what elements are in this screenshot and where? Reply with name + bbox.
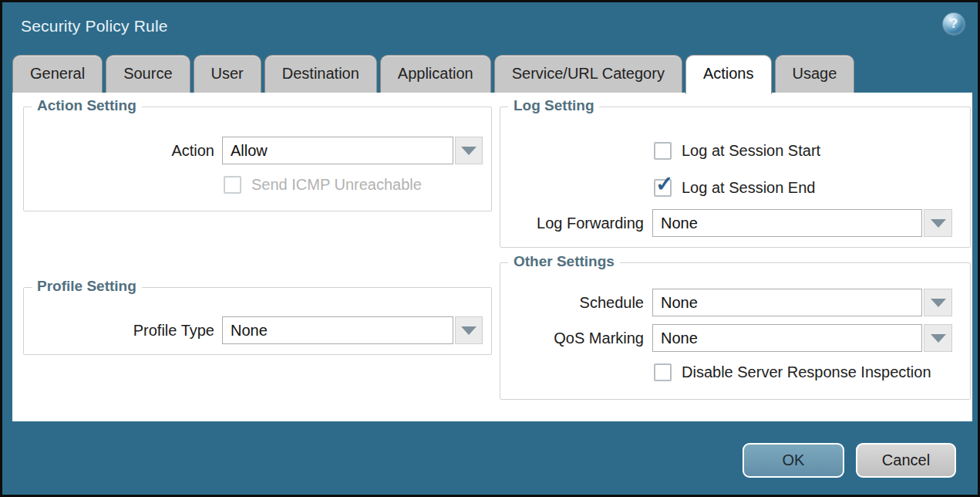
- actions-tab-panel: Action Setting Action Allow Send ICMP Un…: [12, 93, 972, 421]
- schedule-label: Schedule: [398, 289, 644, 316]
- action-label: Action: [12, 137, 214, 164]
- qos-marking-dropdown-value[interactable]: None: [652, 324, 922, 352]
- log-setting-legend: Log Setting: [508, 97, 599, 114]
- log-forwarding-label: Log Forwarding: [398, 209, 644, 237]
- security-policy-rule-dialog: Security Policy Rule ? General Source Us…: [0, 0, 980, 497]
- schedule-dropdown-value[interactable]: None: [652, 289, 922, 316]
- tab-actions[interactable]: Actions: [685, 55, 772, 94]
- action-dropdown-button[interactable]: [455, 137, 483, 164]
- chevron-down-icon: [461, 147, 477, 155]
- profile-setting-legend: Profile Setting: [32, 278, 142, 295]
- send-icmp-unreachable-row: Send ICMP Unreachable: [224, 176, 422, 194]
- cancel-button[interactable]: Cancel: [856, 443, 956, 478]
- tab-source[interactable]: Source: [106, 55, 190, 93]
- tab-destination[interactable]: Destination: [264, 55, 377, 93]
- other-settings-legend: Other Settings: [508, 253, 620, 270]
- tab-general[interactable]: General: [12, 55, 103, 93]
- qos-marking-label: QoS Marking: [398, 324, 644, 352]
- dsri-row: Disable Server Response Inspection: [654, 363, 931, 381]
- log-session-end-checkbox[interactable]: ✓: [654, 179, 672, 197]
- send-icmp-unreachable-label: Send ICMP Unreachable: [251, 176, 422, 194]
- qos-marking-dropdown[interactable]: None: [652, 324, 952, 352]
- log-session-start-label: Log at Session Start: [682, 142, 820, 160]
- schedule-dropdown-button[interactable]: [924, 289, 952, 316]
- send-icmp-unreachable-checkbox: [224, 176, 241, 194]
- chevron-down-icon: [931, 334, 946, 343]
- log-session-start-row: Log at Session Start: [654, 142, 820, 160]
- tab-usage[interactable]: Usage: [775, 55, 855, 93]
- tab-application[interactable]: Application: [380, 55, 491, 93]
- dsri-checkbox[interactable]: [654, 363, 672, 381]
- qos-marking-dropdown-button[interactable]: [924, 324, 952, 352]
- action-dropdown-value[interactable]: Allow: [222, 137, 453, 164]
- log-forwarding-dropdown-button[interactable]: [924, 209, 952, 237]
- action-dropdown[interactable]: Allow: [222, 137, 483, 164]
- action-setting-legend: Action Setting: [32, 97, 142, 114]
- profile-type-label: Profile Type: [12, 316, 214, 344]
- log-session-end-row: ✓ Log at Session End: [654, 179, 815, 197]
- tab-service-url-category[interactable]: Service/URL Category: [494, 55, 682, 93]
- help-icon[interactable]: ?: [943, 13, 965, 35]
- check-icon: ✓: [655, 174, 673, 195]
- ok-button[interactable]: OK: [743, 443, 844, 478]
- tab-bar: General Source User Destination Applicat…: [12, 55, 854, 93]
- chevron-down-icon: [931, 219, 946, 228]
- chevron-down-icon: [931, 299, 946, 307]
- log-session-end-label: Log at Session End: [682, 179, 815, 197]
- log-session-start-checkbox[interactable]: [654, 142, 672, 160]
- dsri-label: Disable Server Response Inspection: [682, 363, 931, 381]
- schedule-dropdown[interactable]: None: [652, 289, 952, 316]
- tab-user[interactable]: User: [194, 55, 261, 93]
- log-forwarding-dropdown[interactable]: None: [652, 209, 952, 237]
- log-forwarding-dropdown-value[interactable]: None: [652, 209, 922, 237]
- dialog-title: Security Policy Rule: [21, 17, 168, 36]
